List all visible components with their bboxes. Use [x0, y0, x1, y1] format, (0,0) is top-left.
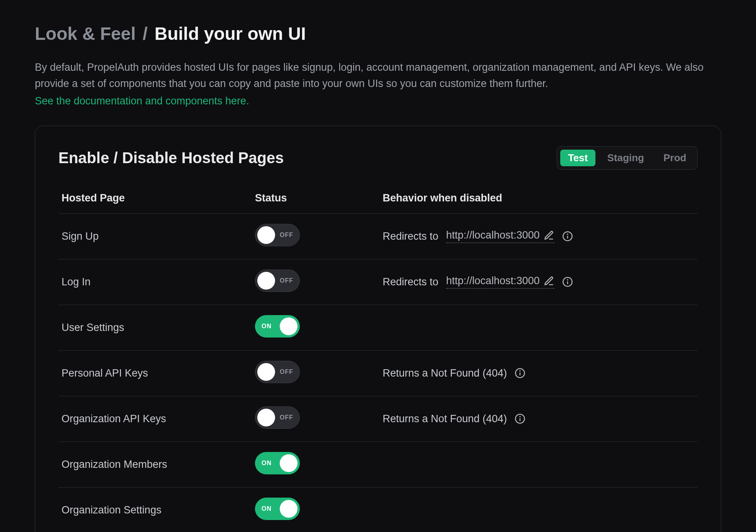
- redirect-prefix: Redirects to: [383, 276, 438, 288]
- breadcrumb-parent[interactable]: Look & Feel: [35, 23, 136, 44]
- status-toggle[interactable]: OFF: [255, 406, 300, 429]
- column-header-status: Status: [252, 185, 380, 214]
- behavior-cell: Returns a Not Found (404): [380, 350, 698, 396]
- toggle-label: ON: [262, 323, 272, 330]
- behavior-cell: Redirects tohttp://localhost:3000: [380, 259, 698, 305]
- table-row: Organization API KeysOFFReturns a Not Fo…: [58, 396, 698, 442]
- column-header-behavior: Behavior when disabled: [380, 185, 698, 214]
- hosted-page-name: Organization API Keys: [58, 396, 252, 442]
- status-toggle[interactable]: OFF: [255, 224, 300, 246]
- svg-point-2: [567, 234, 568, 234]
- toggle-label: OFF: [280, 368, 293, 375]
- info-icon[interactable]: [515, 413, 525, 424]
- table-row: User SettingsON: [58, 305, 698, 350]
- hosted-page-name: Organization Members: [58, 442, 252, 487]
- hosted-page-name: Log In: [58, 259, 252, 305]
- page-title: Build your own UI: [155, 23, 306, 44]
- hosted-page-name: Personal API Keys: [58, 350, 252, 396]
- toggle-label: OFF: [280, 414, 293, 421]
- redirect-url[interactable]: http://localhost:3000: [446, 229, 554, 243]
- info-icon[interactable]: [562, 276, 573, 287]
- toggle-label: OFF: [280, 277, 293, 284]
- behavior-text: Returns a Not Found (404): [383, 413, 507, 425]
- status-toggle[interactable]: OFF: [255, 269, 300, 292]
- behavior-cell: Returns a Not Found (404): [380, 396, 698, 442]
- panel-title: Enable / Disable Hosted Pages: [58, 149, 284, 167]
- hosted-page-name: User Settings: [58, 305, 252, 350]
- edit-icon[interactable]: [544, 276, 554, 286]
- toggle-knob: [257, 226, 275, 244]
- tab-prod[interactable]: Prod: [656, 150, 694, 166]
- redirect-url[interactable]: http://localhost:3000: [446, 275, 554, 289]
- status-toggle[interactable]: ON: [255, 315, 300, 338]
- toggle-knob: [280, 500, 298, 518]
- info-icon[interactable]: [562, 231, 573, 242]
- page-description: By default, PropelAuth provides hosted U…: [35, 60, 712, 92]
- behavior-text: Returns a Not Found (404): [383, 367, 507, 379]
- status-toggle[interactable]: OFF: [255, 361, 300, 383]
- svg-point-11: [520, 416, 520, 417]
- redirect-prefix: Redirects to: [383, 230, 438, 242]
- hosted-pages-panel: Enable / Disable Hosted Pages Test Stagi…: [35, 126, 721, 532]
- toggle-label: OFF: [280, 232, 293, 239]
- toggle-knob: [257, 409, 275, 426]
- toggle-label: ON: [262, 505, 272, 512]
- toggle-label: ON: [262, 460, 272, 467]
- table-row: Sign UpOFFRedirects tohttp://localhost:3…: [58, 213, 698, 259]
- tab-test[interactable]: Test: [560, 150, 596, 166]
- environment-tabs: Test Staging Prod: [557, 146, 698, 170]
- status-toggle[interactable]: ON: [255, 452, 300, 474]
- breadcrumb: Look & Feel / Build your own UI: [35, 23, 721, 44]
- tab-staging[interactable]: Staging: [599, 150, 652, 166]
- svg-point-8: [520, 371, 520, 371]
- table-row: Personal API KeysOFFReturns a Not Found …: [58, 350, 698, 396]
- toggle-knob: [280, 317, 298, 335]
- svg-point-5: [567, 280, 568, 280]
- info-icon[interactable]: [515, 368, 525, 379]
- hosted-page-name: Organization Settings: [58, 487, 252, 532]
- toggle-knob: [280, 454, 298, 472]
- status-toggle[interactable]: ON: [255, 498, 300, 520]
- table-row: Organization MembersON: [58, 442, 698, 487]
- edit-icon[interactable]: [544, 230, 554, 241]
- toggle-knob: [257, 363, 275, 381]
- hosted-pages-table: Hosted Page Status Behavior when disable…: [58, 185, 698, 532]
- behavior-cell: [380, 487, 698, 532]
- documentation-link[interactable]: See the documentation and components her…: [35, 95, 249, 107]
- toggle-knob: [257, 272, 275, 290]
- behavior-cell: [380, 442, 698, 487]
- behavior-cell: Redirects tohttp://localhost:3000: [380, 213, 698, 259]
- breadcrumb-separator: /: [143, 23, 148, 44]
- column-header-hosted-page: Hosted Page: [58, 185, 252, 214]
- table-row: Log InOFFRedirects tohttp://localhost:30…: [58, 259, 698, 305]
- table-row: Organization SettingsON: [58, 487, 698, 532]
- behavior-cell: [380, 305, 698, 350]
- hosted-page-name: Sign Up: [58, 213, 252, 259]
